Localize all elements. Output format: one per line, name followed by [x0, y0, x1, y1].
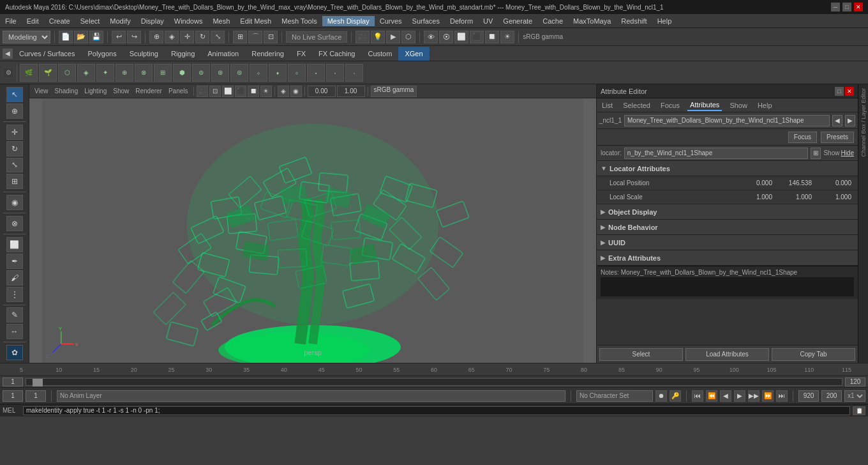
timeline-thumb[interactable] [33, 379, 43, 386]
menu-deform[interactable]: Deform [445, 16, 478, 26]
vt-isolate-btn[interactable]: ⊡ [209, 86, 221, 97]
xgen-icon-5[interactable]: ✦ [96, 64, 114, 82]
isolate-btn[interactable]: ⦿ [439, 31, 453, 43]
attr-tab-show[interactable]: Show [727, 100, 750, 111]
renderer-menu[interactable]: Renderer [133, 88, 165, 95]
object-display-section-header[interactable]: ▶ Object Display [597, 204, 858, 220]
wireframe-btn[interactable]: ⬜ [454, 31, 468, 43]
attr-focus-btn[interactable]: Focus [788, 132, 817, 143]
shading-menu[interactable]: Shading [52, 88, 81, 95]
srgb-gamma-btn[interactable]: sRGB gamma [371, 86, 417, 97]
shelf-tab-xgen[interactable]: XGen [398, 47, 429, 61]
xgen-icon-2[interactable]: 🌱 [39, 64, 57, 82]
xgen-icon-13[interactable]: ⬦ [250, 64, 267, 82]
region-select-icon[interactable]: ⬜ [6, 237, 23, 252]
vt-shade-btn[interactable]: ⬛ [235, 86, 246, 97]
menu-file[interactable]: File [0, 16, 22, 26]
shelf-collapse-btn[interactable]: ◀ [3, 49, 13, 59]
menu-edit[interactable]: Edit [22, 16, 44, 26]
vt-shadow-btn[interactable]: ◉ [290, 86, 302, 97]
attr-node-name-field[interactable] [624, 115, 830, 126]
shelf-tab-fx[interactable]: FX [290, 47, 312, 61]
menu-create[interactable]: Create [44, 16, 75, 26]
move-btn[interactable]: ✛ [180, 31, 194, 43]
lasso-select-icon[interactable]: ✒ [6, 254, 23, 269]
pb-step-fwd-btn[interactable]: ⏩ [762, 390, 774, 402]
xgen-icon-17[interactable]: ⬪ [326, 64, 344, 82]
attr-select-btn[interactable]: Select [599, 348, 683, 361]
shelf-tab-custom[interactable]: Custom [362, 47, 399, 61]
uuid-section-header[interactable]: ▶ UUID [597, 235, 858, 250]
menu-edit-mesh[interactable]: Edit Mesh [235, 16, 276, 26]
open-scene-btn[interactable]: 📂 [74, 31, 88, 43]
extra-attrs-section-header[interactable]: ▶ Extra Attributes [597, 250, 858, 266]
menu-cache[interactable]: Cache [537, 16, 568, 26]
current-frame-input2[interactable] [26, 390, 46, 402]
shelf-tab-sculpting[interactable]: Sculpting [123, 47, 165, 61]
timeline-slider[interactable] [26, 378, 842, 386]
shelf-tab-polygons[interactable]: Polygons [81, 47, 123, 61]
shelf-tab-curves-surfaces[interactable]: Curves / Surfaces [13, 47, 81, 61]
snap-point-btn[interactable]: ⊡ [264, 31, 278, 43]
auto-key-btn[interactable]: ⏺ [655, 390, 667, 402]
xgen-icon-10[interactable]: ⊚ [192, 64, 210, 82]
attr-copy-tab-btn[interactable]: Copy Tab [772, 348, 855, 361]
camera-btn[interactable]: 🎥 [355, 31, 370, 43]
timeline-end-frame[interactable] [845, 377, 865, 386]
rotate-btn[interactable]: ↻ [195, 31, 209, 43]
xgen-icon-9[interactable]: ⬢ [173, 64, 191, 82]
shelf-tab-fx-caching[interactable]: FX Caching [312, 47, 361, 61]
vt-wire-btn[interactable]: ⬜ [222, 86, 234, 97]
xgen-icon-14[interactable]: ⬧ [269, 64, 287, 82]
universal-manip-icon[interactable]: ⊞ [6, 174, 23, 189]
view-menu[interactable]: View [32, 88, 51, 95]
set-key-btn[interactable]: 🔑 [670, 390, 681, 402]
vt-texture-btn[interactable]: 🔲 [248, 86, 259, 97]
pb-goto-end-btn[interactable]: ⏭ [776, 390, 788, 402]
lasso-btn[interactable]: ◈ [165, 31, 179, 43]
attr-prev-node-btn[interactable]: ◀ [832, 115, 842, 126]
playback-speed-select[interactable]: x1 [844, 390, 865, 402]
xgen-icon-12[interactable]: ⊜ [230, 64, 248, 82]
menu-mesh-display[interactable]: Mesh Display [322, 16, 375, 26]
xgen-icon-11[interactable]: ⊛ [211, 64, 229, 82]
render-btn[interactable]: ▶ [386, 31, 400, 43]
vt-xray-btn[interactable]: ◈ [278, 86, 289, 97]
ipr-btn[interactable]: ⬡ [401, 31, 415, 43]
show-menu[interactable]: Show [110, 88, 131, 95]
current-frame-input[interactable] [3, 390, 23, 402]
menu-modify[interactable]: Modify [105, 16, 135, 26]
move-tool-icon[interactable]: ✛ [6, 125, 23, 140]
vt-camera-btn[interactable]: 🎥 [197, 86, 208, 97]
menu-uv[interactable]: UV [478, 16, 498, 26]
xgen-active-icon[interactable]: ✿ [6, 345, 23, 360]
vt-light2-btn[interactable]: ☀ [260, 86, 272, 97]
attr-locator-expand-btn[interactable]: ⊞ [811, 148, 821, 159]
channel-box-strip[interactable]: Channel Box / Layer Editor [858, 84, 868, 363]
xgen-icon-7[interactable]: ⊗ [135, 64, 153, 82]
command-input[interactable] [23, 406, 850, 415]
scale-tool-icon[interactable]: ⤡ [6, 158, 23, 173]
node-behavior-section-header[interactable]: ▶ Node Behavior [597, 220, 858, 235]
xgen-icon-15[interactable]: ⬨ [288, 64, 306, 82]
attr-next-node-btn[interactable]: ▶ [845, 115, 855, 126]
command-copy-btn[interactable]: 📋 [853, 406, 865, 415]
texture-btn[interactable]: 🔲 [485, 31, 499, 43]
menu-surfaces[interactable]: Surfaces [407, 16, 445, 26]
attr-tab-list[interactable]: List [599, 100, 615, 111]
maximize-button[interactable]: □ [842, 3, 851, 11]
attr-tab-help[interactable]: Help [755, 100, 775, 111]
frame-value2-input[interactable] [337, 86, 365, 97]
menu-curves[interactable]: Curves [375, 16, 407, 26]
xgen-icon-1[interactable]: 🌿 [20, 64, 38, 82]
pb-goto-start-btn[interactable]: ⏮ [692, 390, 703, 402]
range-end-frame[interactable] [798, 390, 819, 402]
xgen-icon-4[interactable]: ◈ [77, 64, 95, 82]
lighting-menu[interactable]: Lighting [82, 88, 109, 95]
menu-display[interactable]: Display [136, 16, 169, 26]
attr-locator-value-field[interactable] [624, 148, 809, 159]
xgen-icon-6[interactable]: ⊕ [116, 64, 133, 82]
menu-select[interactable]: Select [75, 16, 105, 26]
light-btn[interactable]: 💡 [371, 31, 385, 43]
soft-mod-icon[interactable]: ◉ [6, 195, 23, 210]
